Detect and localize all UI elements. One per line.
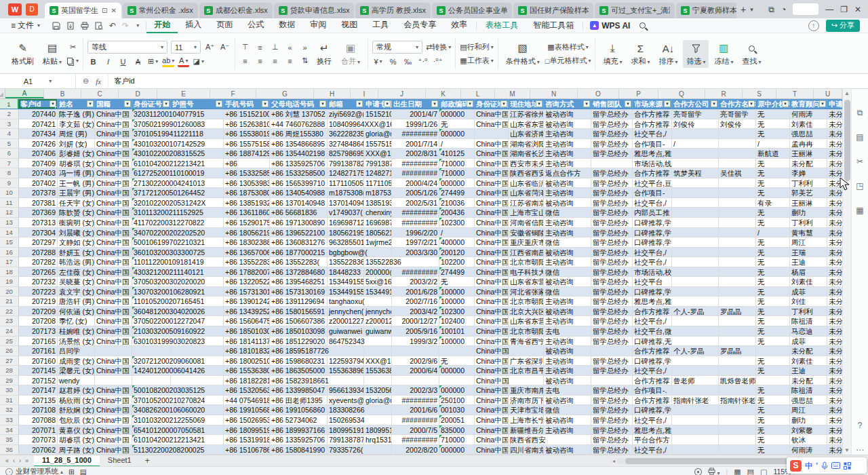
cell-F20[interactable]: +86 15731301 <box>224 287 270 297</box>
cell-G22[interactable]: +86 1580156591 <box>270 307 328 316</box>
cell-O21[interactable]: 留学总经办 <box>591 297 633 306</box>
cell-D35[interactable]: 610104200212213421 <box>132 435 171 444</box>
cell-G30[interactable]: +86 1339985047 <box>270 385 328 395</box>
cell-H12[interactable]: v1749037( <box>328 208 364 217</box>
cell-I24[interactable]: guiwanwei( <box>364 326 392 336</box>
cell-T10[interactable]: 郭美艺 <box>790 188 827 197</box>
cell-T25[interactable]: 成菲 <box>790 337 827 346</box>
cell-D9[interactable]: 271302200004241013 <box>132 178 171 188</box>
row-number-14[interactable]: 14 <box>0 228 19 238</box>
cell-I4[interactable]: gloria@uk( <box>364 129 392 138</box>
cell-K12[interactable]: 200436 <box>439 208 475 217</box>
cell-K18[interactable]: 274499 <box>439 267 475 277</box>
cell-Q36[interactable] <box>672 445 719 455</box>
row-number-7[interactable]: 7 <box>0 159 19 168</box>
cell-C16[interactable]: China中国 <box>95 248 132 257</box>
align-middle-icon[interactable]: ≡ <box>254 41 266 53</box>
cell-J2[interactable]: 2001/4/7 <box>392 109 439 119</box>
cell-D29[interactable] <box>132 376 171 385</box>
cell-H20[interactable]: 153449155 <box>328 287 364 297</box>
cell-C29[interactable] <box>95 376 132 385</box>
cell-N5[interactable]: 主动咨询 <box>544 139 591 149</box>
cell-N6[interactable]: 主动咨询 <box>544 149 591 158</box>
cell-K34[interactable]: 835000 <box>439 425 475 435</box>
file-menu[interactable]: ≡文件▾ <box>5 20 45 31</box>
cell-F32[interactable]: +86 19910568 <box>224 405 270 415</box>
header-cell-G1[interactable]: 父母电话号码▼ <box>270 99 328 109</box>
doc-tab[interactable]: S宁夏教师样本.xlsx <box>676 3 736 18</box>
more-icon[interactable]: ⋯ <box>856 445 864 455</box>
cell-D21[interactable]: 110105200207165451 <box>132 297 171 306</box>
cell-C17[interactable]: China中国 <box>95 257 132 267</box>
cell-S35[interactable]: 无 <box>756 435 790 444</box>
next-sheet-icon[interactable]: › <box>19 457 21 464</box>
cell-I28[interactable]: 155363896 <box>364 366 392 375</box>
cell-D34[interactable]: 654101200007050581 <box>132 425 171 435</box>
cell-C36[interactable]: China中国 <box>95 445 132 455</box>
cell-F3[interactable]: +86 15263810 <box>224 119 270 129</box>
header-cell-T1[interactable]: 教育顾问▼ <box>790 99 827 109</box>
doc-tab[interactable]: S高学历 教授.xlsx <box>355 3 431 18</box>
cell-J8[interactable]: ######### <box>392 168 439 178</box>
header-cell-D1[interactable]: 身份证号▼ <box>132 99 171 109</box>
cell-N18[interactable]: 微信 <box>544 267 591 277</box>
filter-dropdown-icon[interactable]: ▼ <box>319 100 326 107</box>
cell-D18[interactable]: 430321200211140121 <box>132 267 171 277</box>
cell-P12[interactable]: 内部员工推 <box>633 208 672 217</box>
cell-K13[interactable]: 102300 <box>439 218 475 227</box>
column-letter-O[interactable]: O <box>578 89 619 98</box>
cell-L18[interactable]: China中国 <box>475 267 509 277</box>
cell-B11[interactable]: 任天宇 (女) <box>58 198 95 208</box>
cell-L2[interactable]: China中国 <box>475 109 509 119</box>
cell-B2[interactable]: 陈子逸 (男) <box>58 109 95 119</box>
cell-M24[interactable]: 北京市朝阳 <box>509 326 544 336</box>
first-sheet-icon[interactable]: « <box>5 457 9 464</box>
select-all-corner[interactable] <box>0 89 5 98</box>
close-icon[interactable]: ✕ <box>854 5 861 14</box>
cell-P3[interactable]: 合作方推荐 <box>633 119 672 129</box>
cell-O25[interactable]: 留学总经办 <box>591 337 633 346</box>
cell-B20[interactable]: 袁文宇 (女) <box>58 287 95 297</box>
cell-F21[interactable]: +86 13901242 <box>224 297 270 306</box>
cell-S13[interactable]: 无 <box>756 218 790 227</box>
cell-N2[interactable]: 被动咨询 <box>544 109 591 119</box>
font-name-select[interactable]: 等线▾ <box>87 41 167 54</box>
cell-M27[interactable]: 广东省深圳 <box>509 356 544 366</box>
cell-N16[interactable]: 被动咨询 <box>544 248 591 257</box>
column-letter-N[interactable]: N <box>530 89 578 98</box>
vertical-scrollbar[interactable]: ▲ ▼ <box>842 89 851 455</box>
cell-B19[interactable]: 吴晓蔓 (女) <box>58 277 95 286</box>
cell-D6[interactable]: 430102200208315525 <box>132 149 171 158</box>
wrap-text-button[interactable]: ↵ 换行 <box>313 40 336 68</box>
cell-N23[interactable]: 主动咨询 <box>544 316 591 326</box>
cell-J13[interactable]: ######### <box>392 218 439 227</box>
cell-C4[interactable]: China中国 <box>95 129 132 138</box>
cell-L11[interactable]: China中国 <box>475 198 509 208</box>
column-letter-M[interactable]: M <box>495 89 530 98</box>
wps-ai-button[interactable]: ▲WPS AI <box>585 21 635 31</box>
cell-I6[interactable]: XXX@163.c <box>364 149 392 158</box>
cell-B32[interactable]: 舒欣娴 (女) <box>58 405 95 415</box>
cell-D14[interactable]: 340702200202202520 <box>132 228 171 238</box>
cell-K2[interactable]: 000000 <box>439 109 475 119</box>
header-cell-J1[interactable]: 出生日期▼ <box>392 99 439 109</box>
cell-I18[interactable]: 200000@qq <box>364 267 392 277</box>
cell-Q30[interactable] <box>672 385 719 395</box>
row-number-6[interactable]: 6 <box>0 149 19 158</box>
column-letter-T[interactable]: T <box>776 89 814 98</box>
cell-Q10[interactable] <box>672 188 719 197</box>
row-number-31[interactable]: 31 <box>0 396 19 405</box>
cell-N10[interactable]: 主动咨询 <box>544 188 591 197</box>
cell-M5[interactable]: 湖南省浏阳 <box>509 139 544 149</box>
cell-M2[interactable]: 江苏省徐州 <box>509 109 544 119</box>
menu-tab-会员专享[interactable]: 会员专享 <box>396 18 443 33</box>
filter-button[interactable]: 筛选▾ <box>683 40 709 68</box>
cell-D4[interactable]: 370105199411221118 <box>132 129 171 138</box>
row-number-5[interactable]: 5 <box>0 139 19 149</box>
cell-H4[interactable]: 362228235 <box>328 129 364 138</box>
cell-H23[interactable]: z20001227( <box>328 316 364 326</box>
cell-G28[interactable]: +86 1863505000 <box>270 366 328 375</box>
cell-M36[interactable]: 四川省南充 <box>509 445 544 455</box>
column-letter-C[interactable]: C <box>81 89 119 98</box>
row-number-24[interactable]: 24 <box>0 326 19 336</box>
